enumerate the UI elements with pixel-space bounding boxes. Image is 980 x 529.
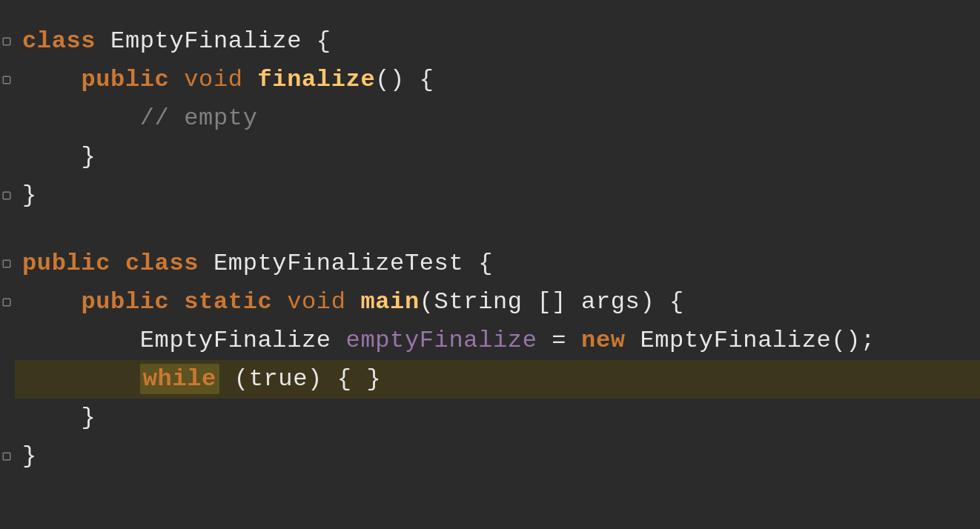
- line-4-content: }: [22, 142, 96, 173]
- gutter-icon-2: [1, 75, 12, 85]
- line-3-content: // empty: [22, 103, 258, 134]
- gutter-icon-11: [1, 451, 12, 462]
- line-8-content: EmptyFinalize emptyFinalize = new EmptyF…: [22, 325, 875, 356]
- svg-rect-5: [3, 453, 10, 460]
- line-1-content: class EmptyFinalize {: [22, 26, 331, 57]
- gutter-icon-5: [1, 190, 12, 201]
- code-line-9: while (true) { }: [15, 360, 980, 399]
- code-editor: class EmptyFinalize { public void finali…: [0, 0, 980, 529]
- while-keyword: while: [140, 364, 219, 394]
- code-line-10: }: [15, 399, 980, 437]
- code-line-3: // empty: [15, 99, 980, 138]
- svg-rect-2: [3, 192, 10, 199]
- svg-rect-0: [3, 38, 10, 45]
- gutter-icon-6: [1, 259, 12, 269]
- line-11-content: }: [22, 441, 37, 472]
- line-7-content: public static void main(String [] args) …: [22, 287, 684, 318]
- code-line-11: }: [15, 437, 980, 476]
- code-line-2: public void finalize() {: [15, 61, 980, 99]
- code-line-6: public class EmptyFinalizeTest {: [15, 244, 980, 283]
- code-separator: [15, 215, 980, 244]
- svg-rect-3: [3, 260, 10, 267]
- gutter-icon-7: [1, 297, 12, 307]
- code-line-4: }: [15, 138, 980, 176]
- svg-rect-1: [3, 76, 10, 84]
- line-2-content: public void finalize() {: [22, 64, 434, 96]
- code-line-5: }: [15, 176, 980, 215]
- gutter-icon-1: [1, 36, 12, 47]
- line-5-content: }: [22, 180, 37, 211]
- line-6-content: public class EmptyFinalizeTest {: [22, 248, 493, 279]
- code-line-1: class EmptyFinalize {: [15, 22, 980, 61]
- svg-rect-4: [3, 299, 10, 306]
- code-line-7: public static void main(String [] args) …: [15, 283, 980, 322]
- line-9-content: while (true) { }: [22, 364, 381, 395]
- code-line-8: EmptyFinalize emptyFinalize = new EmptyF…: [15, 322, 980, 360]
- line-10-content: }: [22, 402, 96, 433]
